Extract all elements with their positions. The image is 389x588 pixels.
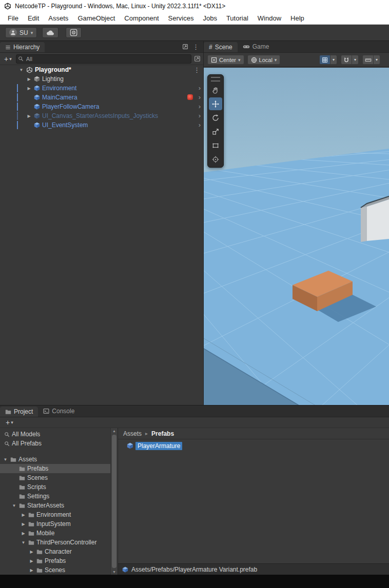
- tree-row-environment[interactable]: ▶ Environment: [0, 510, 118, 519]
- folder-icon: [19, 466, 25, 472]
- tree-row-character[interactable]: ▶ Character: [0, 547, 118, 556]
- move-tool-button[interactable]: [209, 97, 222, 110]
- foldout-open-icon[interactable]: ▼: [18, 68, 24, 72]
- hierarchy-row-playerfollowcamera[interactable]: PlayerFollowCamera ›: [0, 102, 203, 111]
- menu-edit[interactable]: Edit: [23, 13, 44, 24]
- snap-toggle-dropdown[interactable]: ▾: [352, 55, 359, 65]
- tab-game[interactable]: Game: [238, 41, 275, 52]
- open-prefab-chevron[interactable]: ›: [199, 121, 201, 129]
- tree-row-starterassets[interactable]: ▼ StarterAssets: [0, 501, 118, 510]
- ruler-icon: [365, 57, 372, 63]
- tree-row-prefabs-nested[interactable]: ▶ Prefabs: [0, 556, 118, 565]
- open-prefab-chevron[interactable]: ›: [199, 112, 201, 119]
- foldout-open-icon[interactable]: ▼: [11, 503, 17, 508]
- tree-row-prefabs[interactable]: Prefabs: [0, 464, 118, 473]
- tree-label: Prefabs: [27, 465, 48, 472]
- scroll-down-icon[interactable]: ▼: [112, 570, 116, 574]
- foldout-closed-icon[interactable]: ▶: [21, 531, 26, 536]
- scrollbar-thumb[interactable]: [112, 435, 116, 568]
- hierarchy-row-maincamera[interactable]: MainCamera ›: [0, 93, 203, 102]
- hierarchy-row-ui-canvas[interactable]: ▶ UI_Canvas_StarterAssetsInputs_Joystick…: [0, 111, 203, 120]
- menu-file[interactable]: File: [3, 13, 23, 24]
- foldout-closed-icon[interactable]: ▶: [29, 559, 34, 563]
- breadcrumb-assets[interactable]: Assets: [123, 430, 142, 437]
- favorite-all-prefabs[interactable]: All Prefabs: [0, 439, 118, 448]
- foldout-open-icon[interactable]: ▼: [3, 457, 8, 462]
- tab-console[interactable]: Console: [38, 405, 80, 417]
- foldout-closed-icon[interactable]: ▶: [21, 522, 26, 526]
- grid-visibility-button[interactable]: [319, 55, 330, 65]
- menu-jobs[interactable]: Jobs: [198, 13, 221, 24]
- account-dropdown-button[interactable]: SU ▾: [5, 27, 37, 38]
- tab-hierarchy[interactable]: Hierarchy: [0, 42, 45, 52]
- folder-icon: [19, 475, 25, 481]
- asset-row-playerarmature[interactable]: PlayerArmature: [118, 441, 389, 451]
- tree-row-settings[interactable]: Settings: [0, 492, 118, 501]
- scene-viewport[interactable]: [204, 68, 389, 405]
- tab-project[interactable]: Project: [0, 407, 38, 417]
- prefab-indicator-bar: [17, 93, 18, 102]
- tree-row-mobile[interactable]: ▶ Mobile: [0, 529, 118, 538]
- scale-tool-button[interactable]: [209, 125, 222, 138]
- transform-tool-button[interactable]: [209, 153, 222, 166]
- tab-project-label: Project: [14, 408, 33, 415]
- tree-row-scripts[interactable]: Scripts: [0, 482, 118, 492]
- breadcrumb-prefabs[interactable]: Prefabs: [151, 430, 174, 437]
- favorite-all-models[interactable]: All Models: [0, 430, 118, 439]
- tree-row-thirdpersoncontroller[interactable]: ▼ ThirdPersonController: [0, 538, 118, 547]
- open-prefab-chevron[interactable]: ›: [199, 84, 201, 92]
- open-prefab-chevron[interactable]: ›: [199, 93, 201, 101]
- menu-help[interactable]: Help: [286, 13, 309, 24]
- hierarchy-row-environment[interactable]: ▶ Environment ›: [0, 84, 203, 93]
- menu-component[interactable]: Component: [120, 13, 163, 24]
- hierarchy-kebab-menu[interactable]: ⋮: [192, 43, 199, 51]
- scene-panel: # Scene Game Center ▾ Local ▾: [203, 41, 389, 405]
- foldout-closed-icon[interactable]: ▶: [26, 77, 32, 82]
- tree-row-assets[interactable]: ▼ Assets: [0, 455, 118, 464]
- grid-visibility-dropdown[interactable]: ▾: [330, 55, 337, 65]
- tree-row-scenes[interactable]: Scenes: [0, 473, 118, 482]
- hierarchy-row-ui-eventsystem[interactable]: UI_EventSystem ›: [0, 120, 203, 130]
- dock-icon[interactable]: [182, 44, 188, 50]
- menu-assets[interactable]: Assets: [44, 13, 73, 24]
- tab-scene[interactable]: # Scene: [204, 42, 238, 52]
- hierarchy-create-button[interactable]: + ▾: [3, 55, 13, 63]
- scene-kebab-menu[interactable]: ⋮: [193, 66, 200, 74]
- palette-grip-handle[interactable]: [211, 77, 220, 82]
- foldout-closed-icon[interactable]: ▶: [29, 550, 34, 554]
- snap-increment-button[interactable]: [362, 55, 374, 65]
- snap-toggle-button[interactable]: [341, 55, 352, 65]
- foldout-closed-icon[interactable]: ▶: [29, 568, 34, 573]
- menu-window[interactable]: Window: [253, 13, 286, 24]
- scene-tool-palette: [207, 74, 224, 168]
- project-create-button[interactable]: + ▾: [4, 418, 15, 427]
- gamepad-icon: [243, 44, 250, 49]
- rotate-tool-button[interactable]: [209, 111, 222, 124]
- hierarchy-scene-row[interactable]: ▼ Playground* ⋮: [0, 65, 203, 74]
- folder-icon: [28, 540, 34, 545]
- foldout-closed-icon[interactable]: ▶: [21, 513, 26, 517]
- settings-button[interactable]: [66, 27, 82, 38]
- menu-tutorial[interactable]: Tutorial: [222, 13, 253, 24]
- cloud-services-button[interactable]: [42, 27, 59, 38]
- hierarchy-row-lighting[interactable]: ▶ Lighting: [0, 74, 203, 84]
- menu-gameobject[interactable]: GameObject: [73, 13, 120, 24]
- hand-tool-button[interactable]: [209, 84, 222, 96]
- search-filter-icon[interactable]: [194, 55, 201, 62]
- foldout-closed-icon[interactable]: ▶: [26, 86, 32, 91]
- foldout-open-icon[interactable]: ▼: [21, 540, 26, 545]
- rect-tool-button[interactable]: [209, 139, 222, 152]
- orientation-dropdown[interactable]: Local ▾: [247, 55, 281, 65]
- open-prefab-chevron[interactable]: ›: [199, 103, 201, 110]
- scroll-up-icon[interactable]: ▲: [112, 429, 116, 433]
- foldout-closed-icon[interactable]: ▶: [26, 114, 32, 118]
- tree-scrollbar[interactable]: ▲ ▼: [110, 428, 118, 575]
- magnet-icon: [343, 57, 349, 63]
- pivot-mode-dropdown[interactable]: Center ▾: [207, 55, 244, 65]
- tree-row-scenes-nested[interactable]: ▶ Scenes: [0, 565, 118, 575]
- snap-increment-dropdown[interactable]: ▾: [374, 55, 380, 65]
- menu-services[interactable]: Services: [164, 13, 199, 24]
- tree-row-inputsystem[interactable]: ▶ InputSystem: [0, 519, 118, 529]
- hierarchy-search-input[interactable]: [16, 54, 191, 64]
- hierarchy-item-label: MainCamera: [42, 94, 77, 101]
